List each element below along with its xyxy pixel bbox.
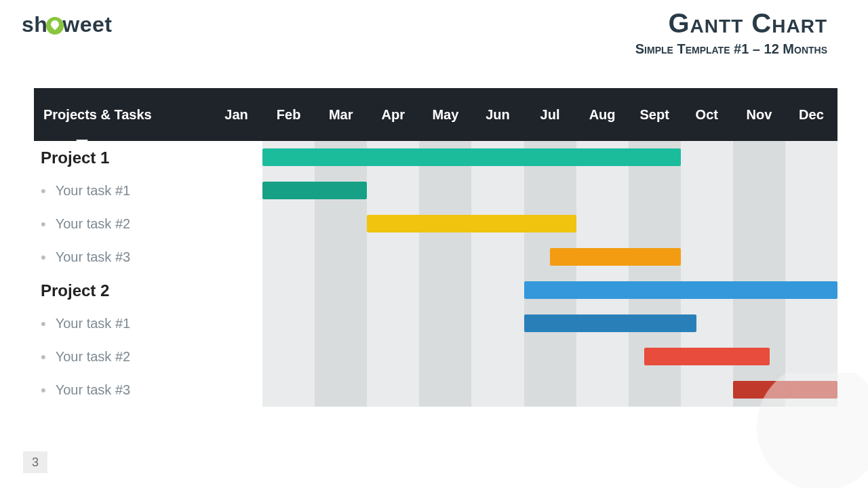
task-label: Your task #2 — [56, 349, 130, 365]
header-month: Jan — [210, 107, 262, 123]
gantt-chart: Projects & Tasks JanFebMarAprMayJunJulAu… — [34, 88, 837, 407]
bullet-icon: • — [41, 216, 46, 233]
gantt-bar — [524, 314, 696, 332]
gantt-bar — [524, 281, 838, 299]
header-projects-col: Projects & Tasks — [34, 107, 190, 123]
gantt-bar — [644, 348, 770, 365]
task-row: •Your task #1 — [34, 307, 837, 340]
header-month: Aug — [576, 107, 629, 123]
bullet-icon: • — [41, 182, 46, 200]
bullet-icon: • — [41, 315, 46, 333]
header-month: May — [419, 107, 471, 123]
leaf-icon — [46, 17, 64, 35]
gantt-bar — [262, 182, 367, 199]
chart-header: Projects & Tasks JanFebMarAprMayJunJulAu… — [34, 88, 837, 141]
project-row: Project 2 — [34, 274, 837, 307]
task-label: Your task #3 — [56, 249, 130, 265]
bullet-icon: • — [41, 249, 46, 266]
project-row: Project 1 — [34, 141, 837, 174]
page-number: 3 — [23, 451, 47, 473]
task-label: Your task #3 — [56, 382, 130, 398]
task-label: Your task #2 — [56, 216, 130, 232]
project-label: Project 2 — [41, 281, 109, 300]
header-months: JanFebMarAprMayJunJulAugSeptOctNovDec — [210, 107, 837, 123]
header-month: Sept — [629, 107, 681, 123]
brand-text-right: weet — [62, 12, 112, 37]
header-month: Dec — [785, 107, 837, 123]
brand-text-left: sh — [22, 12, 47, 37]
task-label: Your task #1 — [56, 316, 130, 331]
brand-logo: shweet — [22, 12, 112, 37]
header-month: Jun — [471, 107, 524, 123]
header-projects-label: Projects & Tasks — [43, 107, 152, 122]
task-row: •Your task #3 — [34, 241, 837, 274]
task-row: •Your task #3 — [34, 373, 837, 407]
chart-body: Project 1•Your task #1•Your task #2•Your… — [34, 141, 837, 407]
gantt-bar — [262, 148, 681, 166]
task-label: Your task #1 — [56, 183, 130, 199]
header-month: Mar — [315, 107, 367, 123]
page-title: Gantt Chart — [635, 8, 827, 39]
watermark-icon — [739, 373, 868, 488]
gantt-bar — [367, 215, 576, 232]
header-month: Feb — [262, 107, 315, 123]
bullet-icon: • — [41, 348, 46, 366]
task-row: •Your task #1 — [34, 174, 837, 207]
title-block: Gantt Chart Simple Template #1 – 12 Mont… — [635, 8, 827, 57]
project-label: Project 1 — [41, 148, 109, 167]
header-month: Oct — [681, 107, 733, 123]
slide: shweet Gantt Chart Simple Template #1 – … — [0, 0, 868, 488]
gantt-bar — [550, 248, 681, 266]
header-month: Apr — [367, 107, 419, 123]
bullet-icon: • — [41, 382, 46, 399]
task-row: •Your task #2 — [34, 207, 837, 241]
header-month: Nov — [733, 107, 785, 123]
task-row: •Your task #2 — [34, 340, 837, 373]
header-month: Jul — [524, 107, 576, 123]
page-subtitle: Simple Template #1 – 12 Months — [635, 41, 827, 57]
